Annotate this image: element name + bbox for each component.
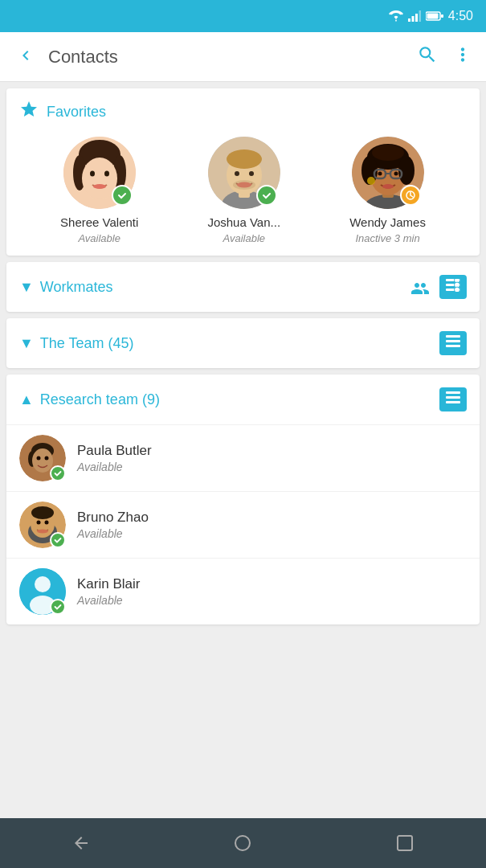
- svg-point-45: [455, 287, 460, 292]
- svg-point-23: [237, 182, 251, 188]
- contact-wendy[interactable]: Wendy James Inactive 3 min: [349, 137, 426, 244]
- workmates-group: ▼ Workmates: [6, 262, 480, 312]
- avatar-wrapper-paula: [19, 435, 66, 481]
- contact-bruno[interactable]: Bruno Zhao Available: [6, 491, 480, 558]
- svg-rect-0: [408, 18, 410, 22]
- status-time: 4:50: [448, 9, 473, 23]
- contact-status-joshua: Available: [223, 232, 265, 244]
- svg-rect-1: [411, 16, 414, 22]
- svg-point-37: [382, 184, 394, 189]
- status-bar: 4:50: [0, 0, 486, 32]
- contact-sheree[interactable]: Sheree Valenti Available: [60, 137, 138, 244]
- research-team-chevron: ▲: [19, 391, 34, 408]
- svg-rect-46: [446, 335, 460, 338]
- contact-list-status-bruno: Available: [77, 527, 149, 540]
- star-icon: [19, 100, 39, 124]
- list-status-badge-karin: [50, 599, 66, 615]
- svg-point-21: [249, 171, 254, 176]
- the-team-action-btn[interactable]: [439, 331, 467, 355]
- people-icon: [410, 279, 431, 295]
- list-status-badge-bruno: [50, 532, 66, 548]
- svg-rect-48: [446, 345, 460, 347]
- contact-list-name-paula: Paula Butler: [77, 443, 152, 459]
- svg-rect-49: [446, 391, 460, 394]
- svg-rect-6: [441, 14, 443, 18]
- favorites-row: Sheree Valenti Available: [19, 137, 467, 244]
- contact-paula[interactable]: Paula Butler Available: [6, 424, 480, 491]
- avatar-wrapper-karin: [19, 568, 66, 615]
- battery-icon: [426, 11, 443, 21]
- avatar-wrapper-joshua: [208, 137, 280, 209]
- svg-point-20: [235, 171, 239, 176]
- svg-point-13: [104, 171, 109, 177]
- contact-list-status-karin: Available: [77, 594, 140, 607]
- nav-home-button[interactable]: [218, 827, 267, 859]
- nav-recent-button[interactable]: [381, 827, 429, 859]
- svg-point-64: [37, 521, 41, 525]
- avatar-wrapper-wendy: [352, 137, 424, 209]
- search-button[interactable]: [417, 44, 438, 70]
- avatar-wrapper-bruno: [19, 502, 66, 548]
- contact-name-sheree: Sheree Valenti: [60, 215, 138, 229]
- contact-info-bruno: Bruno Zhao Available: [77, 510, 149, 540]
- workmates-action-btn[interactable]: [439, 275, 467, 299]
- the-team-group: ▼ The Team (45): [6, 318, 480, 368]
- back-button[interactable]: [13, 43, 39, 72]
- app-bar: Contacts: [0, 32, 486, 82]
- research-team-section: ▲ Research team (9): [6, 375, 480, 624]
- contact-list-name-bruno: Bruno Zhao: [77, 510, 149, 526]
- status-icons: 4:50: [389, 9, 473, 23]
- contact-joshua[interactable]: Joshua Van... Available: [207, 137, 280, 244]
- contact-list-name-karin: Karin Blair: [77, 576, 140, 592]
- svg-point-68: [35, 576, 51, 592]
- research-team-group-row[interactable]: ▲ Research team (9): [6, 375, 480, 424]
- contact-karin[interactable]: Karin Blair Available: [6, 558, 480, 624]
- contact-info-karin: Karin Blair Available: [77, 576, 140, 607]
- contact-status-sheree: Available: [78, 232, 120, 244]
- contact-name-joshua: Joshua Van...: [207, 215, 280, 229]
- workmates-label: Workmates: [40, 279, 410, 296]
- status-badge-wendy: [400, 185, 421, 206]
- workmates-chevron: ▼: [19, 279, 34, 296]
- svg-point-63: [31, 506, 54, 519]
- svg-rect-50: [446, 396, 460, 399]
- the-team-label: The Team (45): [40, 335, 439, 352]
- workmates-group-row[interactable]: ▼ Workmates: [6, 262, 480, 312]
- favorites-label: Favorites: [47, 104, 106, 121]
- signal-icon: [408, 10, 421, 22]
- contact-list-status-paula: Available: [77, 461, 152, 473]
- svg-rect-2: [415, 14, 418, 22]
- svg-rect-47: [446, 340, 460, 342]
- app-bar-actions: [417, 44, 473, 70]
- nav-back-button[interactable]: [57, 827, 105, 859]
- research-team-label: Research team (9): [40, 391, 439, 408]
- svg-point-58: [45, 457, 49, 461]
- svg-rect-3: [419, 10, 421, 22]
- status-badge-joshua: [256, 185, 277, 206]
- avatar-wrapper-sheree: [63, 137, 136, 209]
- svg-point-70: [235, 836, 250, 850]
- favorites-header: Favorites: [19, 100, 467, 124]
- svg-point-35: [378, 172, 382, 176]
- more-options-button[interactable]: [452, 44, 473, 70]
- svg-point-36: [394, 172, 398, 176]
- contact-status-wendy: Inactive 3 min: [355, 232, 419, 244]
- svg-point-14: [93, 184, 106, 189]
- svg-point-19: [227, 149, 262, 169]
- the-team-group-row[interactable]: ▼ The Team (45): [6, 318, 480, 368]
- contact-info-paula: Paula Butler Available: [77, 443, 152, 473]
- wifi-icon: [389, 10, 403, 22]
- svg-point-31: [372, 145, 404, 161]
- svg-rect-5: [427, 14, 438, 19]
- nav-bar: [0, 818, 486, 868]
- svg-point-12: [90, 171, 95, 177]
- page-title: Contacts: [48, 47, 407, 68]
- the-team-chevron: ▼: [19, 335, 34, 352]
- svg-rect-51: [446, 401, 460, 403]
- svg-rect-71: [398, 836, 412, 850]
- svg-point-38: [367, 177, 375, 185]
- research-team-action-btn[interactable]: [439, 387, 467, 411]
- main-content: Favorites: [0, 82, 486, 818]
- svg-point-57: [37, 457, 41, 461]
- contact-name-wendy: Wendy James: [349, 215, 426, 229]
